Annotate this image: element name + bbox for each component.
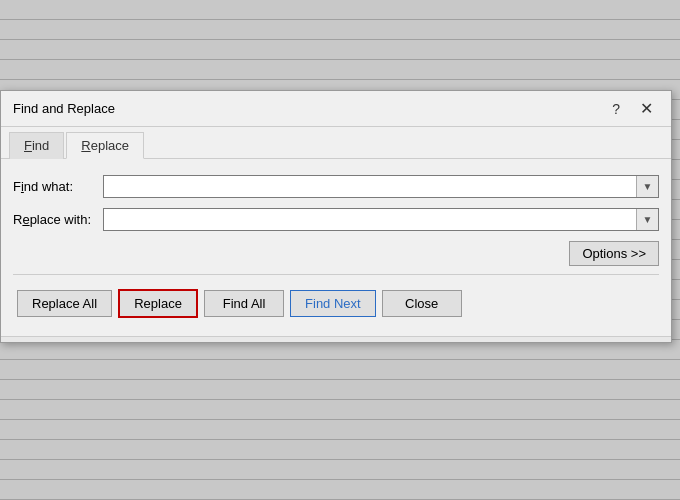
options-button[interactable]: Options >> [569,241,659,266]
dialog-body: Find what: ▼ Replace with: ▼ Options >> … [1,159,671,336]
options-row: Options >> [13,241,659,266]
find-next-button[interactable]: Find Next [290,290,376,317]
replace-with-row: Replace with: ▼ [13,208,659,231]
replace-with-label: Replace with: [13,212,103,227]
tab-replace-label: Replace [81,138,129,153]
find-what-input[interactable] [104,176,636,197]
action-buttons-row: Replace All Replace Find All Find Next C… [13,285,659,328]
find-all-button[interactable]: Find All [204,290,284,317]
title-bar-controls: ? ✕ [606,99,659,119]
find-what-input-wrapper: ▼ [103,175,659,198]
replace-button[interactable]: Replace [118,289,198,318]
find-replace-dialog: Find and Replace ? ✕ Find Replace Find w… [0,90,672,343]
replace-with-input[interactable] [104,209,636,230]
tab-find-label: Find [24,138,49,153]
replace-all-button[interactable]: Replace All [17,290,112,317]
close-title-button[interactable]: ✕ [634,99,659,119]
replace-with-dropdown[interactable]: ▼ [636,209,658,230]
title-bar: Find and Replace ? ✕ [1,91,671,127]
tab-find[interactable]: Find [9,132,64,159]
tabs-container: Find Replace [1,127,671,159]
replace-with-input-wrapper: ▼ [103,208,659,231]
help-button[interactable]: ? [606,99,626,119]
dialog-title: Find and Replace [13,101,115,116]
find-what-label: Find what: [13,179,103,194]
divider [13,274,659,275]
find-what-dropdown[interactable]: ▼ [636,176,658,197]
tab-replace[interactable]: Replace [66,132,144,159]
close-button[interactable]: Close [382,290,462,317]
bottom-strip [1,336,671,342]
find-what-row: Find what: ▼ [13,175,659,198]
